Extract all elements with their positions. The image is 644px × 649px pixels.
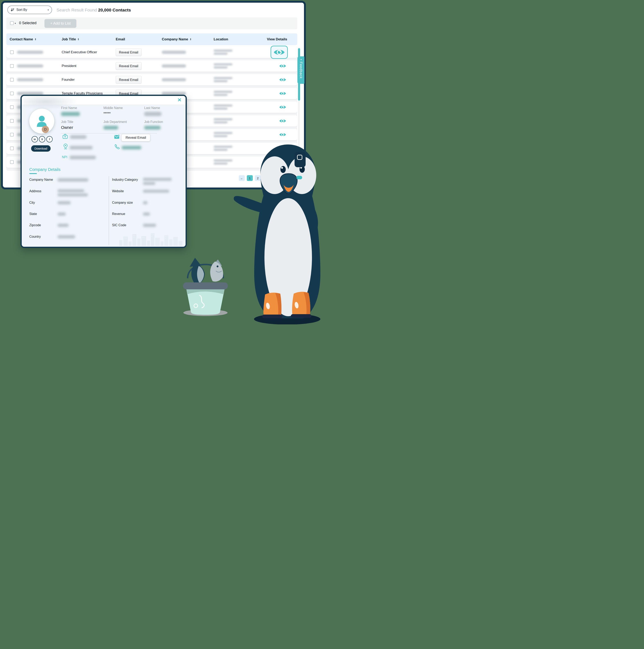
view-details-button[interactable]: [271, 46, 288, 59]
redacted-industry-line2: [143, 182, 155, 185]
zipcode-label: Zipcode: [29, 223, 41, 227]
redacted-sic-code: [143, 224, 156, 227]
view-details-button[interactable]: [279, 132, 286, 137]
sort-arrows-icon: ▲▼: [78, 38, 79, 41]
download-button[interactable]: Download: [31, 145, 51, 152]
last-name-label: Last Name: [144, 106, 160, 110]
column-header-email: Email: [116, 33, 125, 45]
revenue-label: Revenue: [112, 212, 125, 216]
column-header-view-details: View Details: [267, 33, 287, 45]
select-all-checkbox[interactable]: [10, 21, 14, 25]
redacted-country: [70, 146, 93, 149]
table-row: Founder Reveal Email: [6, 74, 297, 85]
redacted-role: [70, 135, 86, 139]
redacted-company-name: [57, 178, 88, 181]
redacted-city: [57, 201, 71, 204]
feedback-label: Feedback: [299, 62, 303, 79]
sort-by-dropdown[interactable]: Sort By ▾: [7, 5, 52, 14]
redacted-job-department: [103, 126, 118, 130]
row-checkbox[interactable]: [10, 133, 14, 136]
column-header-location: Location: [214, 33, 228, 45]
row-checkbox[interactable]: [10, 160, 14, 164]
column-header-contact-name[interactable]: Contact Name ▲▼: [10, 33, 36, 45]
job-title-cell: President: [62, 64, 77, 68]
chat-widget-button[interactable]: [294, 152, 306, 167]
row-checkbox[interactable]: [10, 50, 14, 54]
middle-name-value: *****: [103, 112, 110, 116]
selection-bar: ▾ 0 Selected + Add to List: [6, 17, 297, 29]
job-title-value: Owner: [61, 125, 73, 130]
job-title-cell: Founder: [62, 78, 75, 82]
fish-bucket-illustration: [180, 254, 231, 316]
sort-arrows-icon: ▲▼: [190, 38, 191, 41]
redacted-address-line2: [57, 193, 88, 196]
redacted-zipcode: [57, 224, 68, 227]
redacted-company-name: [162, 64, 186, 68]
facebook-icon[interactable]: f: [46, 136, 53, 142]
chevron-down-icon: ▾: [48, 9, 49, 11]
reveal-email-button[interactable]: Reveal Email: [116, 76, 142, 84]
redacted-website: [143, 190, 169, 192]
company-name-label: Company Name: [29, 178, 53, 181]
phone-icon: [114, 144, 120, 149]
city-label: City: [29, 201, 35, 205]
view-details-button[interactable]: [279, 105, 286, 110]
reveal-email-button[interactable]: Reveal Email: [121, 134, 150, 141]
eye-icon: [279, 91, 286, 96]
briefcase-icon: [62, 134, 68, 139]
redacted-location: [214, 91, 238, 96]
job-department-label: Job Department: [103, 120, 127, 124]
sort-arrows-icon: ▲▼: [35, 38, 36, 41]
job-title-label: Job Title: [61, 120, 73, 124]
fish-light: [210, 259, 223, 282]
redacted-company-name: [162, 51, 186, 54]
row-checkbox[interactable]: [10, 119, 14, 123]
arrow-left-icon: ◄: [300, 58, 302, 60]
row-checkbox[interactable]: [10, 78, 14, 82]
redacted-location: [214, 77, 238, 82]
reveal-email-button[interactable]: Reveal Email: [116, 49, 142, 56]
chat-widget-accent: [296, 176, 302, 179]
redacted-company-name: [162, 78, 186, 81]
view-details-button[interactable]: [279, 119, 286, 123]
redacted-location: [214, 104, 238, 110]
eye-icon: [279, 119, 286, 123]
sic-code-label: SIC Code: [112, 223, 126, 227]
npi-label: NPI: [62, 155, 67, 159]
search-result-count: 20,000 Contacts: [98, 8, 131, 12]
column-header-company-name[interactable]: Company Name ▲▼: [162, 33, 191, 45]
divider: [109, 176, 109, 245]
modal-header: [22, 96, 186, 105]
close-icon[interactable]: ✕: [177, 97, 182, 103]
column-header-job-title[interactable]: Job Title ▲▼: [62, 33, 79, 45]
row-checkbox[interactable]: [10, 105, 14, 109]
add-to-list-button[interactable]: + Add to List: [44, 19, 77, 28]
industry-category-label: Industry Category: [112, 178, 138, 181]
middle-name-label: Middle Name: [103, 106, 123, 110]
eye-icon: [279, 132, 286, 137]
search-result-label: Search Result Found: [56, 8, 98, 12]
eye-icon: [279, 63, 286, 69]
sort-icon: [11, 8, 14, 12]
website-label: Website: [112, 189, 124, 193]
row-checkbox[interactable]: [10, 64, 14, 68]
redacted-company-size: [143, 201, 147, 204]
reveal-email-button[interactable]: Reveal Email: [116, 62, 142, 70]
redacted-location: [214, 63, 238, 69]
view-details-button[interactable]: [279, 91, 286, 96]
linkedin-icon[interactable]: in: [32, 136, 38, 142]
redacted-phone-number: [122, 146, 141, 149]
contact-details-modal: ✕ D First Name Middle Name Last Name ***…: [20, 95, 187, 248]
redacted-contact-name: [17, 51, 43, 54]
row-checkbox[interactable]: [10, 92, 14, 95]
feedback-tab[interactable]: ◄ Feedback: [297, 56, 305, 84]
page: Sort By ▾ Search Result Found 20,000 Con…: [0, 0, 322, 324]
view-details-button[interactable]: [279, 77, 286, 82]
view-details-button[interactable]: [279, 63, 286, 69]
x-twitter-icon[interactable]: X: [39, 136, 45, 142]
penguin-mascot-illustration: [233, 142, 321, 324]
state-label: State: [29, 212, 37, 216]
country-label: Country: [29, 235, 41, 239]
company-size-label: Company size: [112, 201, 133, 205]
row-checkbox[interactable]: [10, 146, 14, 150]
